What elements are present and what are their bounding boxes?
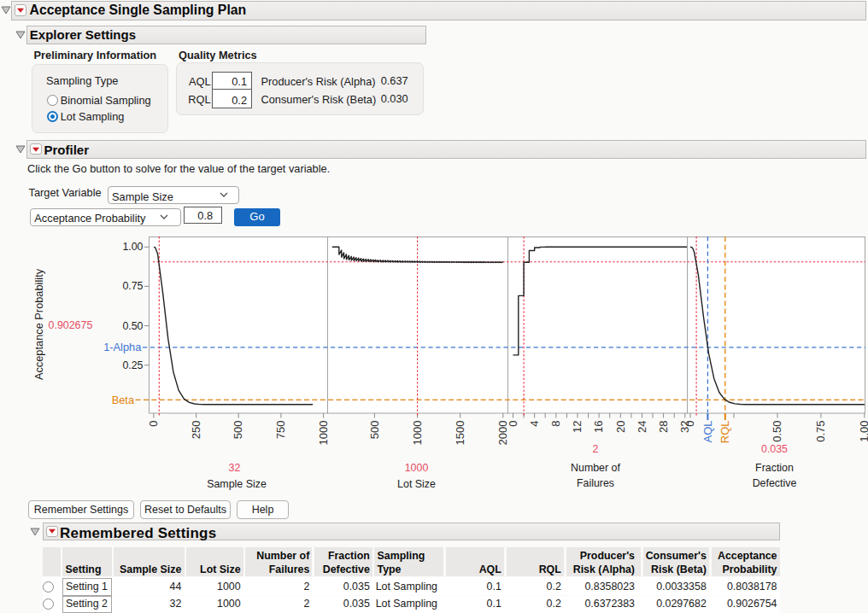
svg-text:0: 0 <box>683 421 696 427</box>
svg-text:0.75: 0.75 <box>814 421 827 442</box>
svg-text:500: 500 <box>368 421 381 440</box>
svg-text:16: 16 <box>592 421 605 433</box>
svg-text:4: 4 <box>528 421 541 427</box>
svg-text:20: 20 <box>614 421 627 433</box>
svg-text:500: 500 <box>232 421 244 440</box>
svg-text:RQL: RQL <box>718 421 731 444</box>
svg-text:1.00: 1.00 <box>858 421 868 442</box>
svg-text:24: 24 <box>636 421 648 433</box>
svg-text:12: 12 <box>571 421 584 433</box>
svg-text:1000: 1000 <box>411 421 424 446</box>
svg-text:0: 0 <box>507 421 519 427</box>
svg-text:1000: 1000 <box>317 421 330 446</box>
svg-text:1500: 1500 <box>454 421 466 446</box>
svg-text:250: 250 <box>190 421 202 440</box>
svg-text:28: 28 <box>657 421 670 433</box>
svg-text:0: 0 <box>147 421 160 427</box>
svg-text:AQL: AQL <box>701 421 714 443</box>
svg-text:0.50: 0.50 <box>771 421 783 442</box>
svg-text:8: 8 <box>549 421 562 427</box>
svg-text:750: 750 <box>274 421 287 440</box>
